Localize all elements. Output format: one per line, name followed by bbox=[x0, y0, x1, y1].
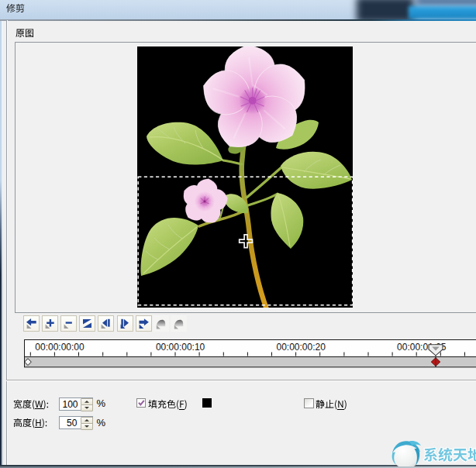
svg-text:00:00:00:20: 00:00:00:20 bbox=[276, 342, 326, 353]
svg-text:00:00:00:00: 00:00:00:00 bbox=[35, 342, 85, 353]
svg-text:00:00:00:10: 00:00:00:10 bbox=[155, 342, 205, 353]
